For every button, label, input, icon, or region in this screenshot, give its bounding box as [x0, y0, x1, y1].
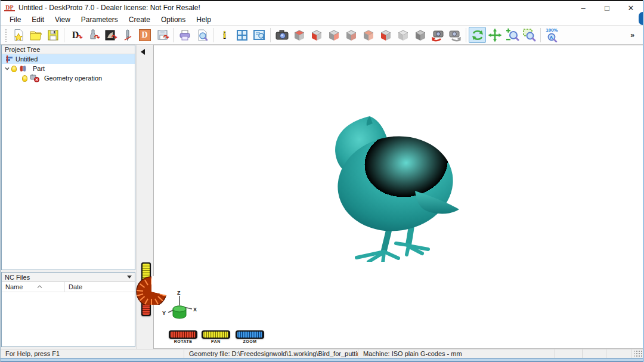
- previous-view-button[interactable]: [429, 27, 446, 43]
- rotate-view-button[interactable]: [469, 27, 486, 43]
- print-preview-button[interactable]: [193, 27, 210, 43]
- rotate-icon: [470, 28, 485, 42]
- new-file-icon: [12, 29, 25, 42]
- cube-back-red-icon: [344, 28, 358, 42]
- rotate-gauge-label: ROTATE: [174, 339, 193, 344]
- resize-grip[interactable]: [634, 350, 643, 357]
- save-icon: [47, 29, 60, 42]
- project-icon: [5, 55, 13, 63]
- cube-front-red-icon: [309, 28, 324, 42]
- zoom-gauge[interactable]: ZOOM: [236, 330, 264, 344]
- view-perspective-button[interactable]: [394, 27, 411, 43]
- next-view-button[interactable]: [446, 27, 463, 43]
- collapse-panel-icon[interactable]: [141, 49, 145, 55]
- column-header-date[interactable]: Date: [64, 282, 135, 292]
- nc-files-list[interactable]: [2, 292, 135, 346]
- dropdown-icon[interactable]: [127, 276, 132, 279]
- rotate-dial[interactable]: [134, 276, 172, 305]
- status-empty-pane: [583, 349, 606, 358]
- tree-item-label: Part: [33, 65, 45, 72]
- zoom-100-button[interactable]: 100% A: [543, 27, 561, 43]
- import-arrow-icon: ↷: [77, 34, 83, 41]
- visibility-bulb-icon[interactable]: [22, 75, 27, 82]
- axis-x-label: X: [193, 307, 197, 313]
- view-bottom-button[interactable]: [377, 27, 394, 43]
- window-bottom-edge: [1, 358, 643, 362]
- open-project-button[interactable]: [27, 27, 44, 43]
- menu-help[interactable]: Help: [191, 16, 216, 24]
- nc-files-title: NC Files: [5, 274, 30, 281]
- tree-item-untitled[interactable]: Untitled: [2, 54, 135, 64]
- menu-create[interactable]: Create: [123, 16, 156, 24]
- load-cutter-button[interactable]: ↷: [84, 27, 101, 43]
- cube-light-icon: [396, 28, 410, 42]
- cube-right-red-icon: [327, 28, 341, 42]
- window-magnifier-icon: [253, 29, 266, 42]
- view-top-button[interactable]: [290, 27, 308, 43]
- new-project-button[interactable]: [10, 27, 27, 43]
- visibility-bulb-icon[interactable]: [11, 66, 17, 72]
- tree-item-geometry-operation[interactable]: Geometry operation: [2, 73, 135, 83]
- cutter-tool-button[interactable]: [119, 27, 136, 43]
- tree-item-part[interactable]: Part: [2, 64, 135, 73]
- load-bitmap-button[interactable]: ↷: [101, 27, 119, 43]
- main-toolbar: D ↷ ↷ ↷ D ↷ i: [1, 25, 643, 45]
- camera-undo-red-icon: [431, 29, 445, 42]
- close-button[interactable]: ✕: [619, 1, 643, 14]
- zoom-in-out-button[interactable]: [503, 27, 521, 43]
- menu-edit[interactable]: Edit: [26, 16, 49, 24]
- pan-view-button[interactable]: [486, 27, 503, 43]
- tree-item-label: Untitled: [16, 55, 38, 63]
- pan-gauge[interactable]: PAN: [202, 330, 230, 344]
- chevron-down-icon[interactable]: [4, 66, 10, 72]
- status-empty-pane: [555, 349, 583, 358]
- window-zoom-button[interactable]: [250, 27, 268, 43]
- cube-corner-red-icon: [361, 28, 376, 42]
- view-photo-button[interactable]: [273, 27, 290, 43]
- toolbar-separator: [466, 28, 466, 42]
- info-button[interactable]: i: [216, 27, 233, 43]
- save-ncfile-button[interactable]: ↷: [153, 27, 171, 43]
- deskproto-wizard-button[interactable]: D: [136, 27, 153, 43]
- status-help: For Help, press F1: [1, 349, 184, 358]
- load-geometry-button[interactable]: D ↷: [67, 27, 84, 43]
- view-left-button[interactable]: [360, 27, 377, 43]
- print-button[interactable]: [176, 27, 193, 43]
- split-window-icon: [236, 29, 249, 42]
- pan-gauge-bar[interactable]: [202, 330, 230, 339]
- camera-redo-gray-icon: [448, 29, 462, 42]
- menu-view[interactable]: View: [49, 16, 76, 24]
- info-icon: i: [223, 30, 226, 40]
- menu-parameters[interactable]: Parameters: [76, 16, 123, 24]
- nc-files-header[interactable]: NC Files: [2, 273, 135, 282]
- zoom-window-button[interactable]: [521, 27, 538, 43]
- cube-dark-icon: [413, 28, 428, 42]
- rotate-gauge-bar[interactable]: [169, 330, 197, 339]
- project-tree-header: Project Tree: [2, 45, 135, 54]
- maximize-button[interactable]: □: [595, 1, 619, 14]
- toolbar-separator: [270, 28, 271, 42]
- view-back-button[interactable]: [342, 27, 360, 43]
- edge-notch-decoration: [639, 12, 643, 25]
- menu-file[interactable]: File: [4, 16, 26, 24]
- save-project-button[interactable]: [44, 27, 61, 43]
- column-header-name[interactable]: Name: [2, 282, 64, 292]
- status-geometry-file: Geometry file: D:\Freedesignwold\1.worki…: [184, 349, 358, 358]
- view-right-button[interactable]: [325, 27, 342, 43]
- window-layout-button[interactable]: [233, 27, 250, 43]
- view-shaded-button[interactable]: [411, 27, 429, 43]
- printer-icon: [178, 29, 191, 42]
- toolbar-grip[interactable]: [5, 29, 8, 42]
- minimize-button[interactable]: –: [571, 1, 595, 14]
- export-arrow-icon: ↷: [163, 34, 169, 41]
- 3d-viewport[interactable]: Z Y X ROTATE PAN ZOOM: [153, 45, 643, 349]
- view-front-button[interactable]: [308, 27, 325, 43]
- menu-options[interactable]: Options: [156, 16, 191, 24]
- toolbar-overflow-button[interactable]: »: [624, 31, 640, 39]
- print-preview-icon: [196, 29, 209, 42]
- zoom-gauge-bar[interactable]: [236, 330, 264, 339]
- rotate-gauge[interactable]: ROTATE: [169, 330, 197, 344]
- zoom-in-out-icon: [505, 28, 519, 42]
- title-bar: DP Untitled - DeskProto 7.0 - Dealer lic…: [1, 0, 643, 14]
- magnifier-a-icon: A: [547, 33, 558, 42]
